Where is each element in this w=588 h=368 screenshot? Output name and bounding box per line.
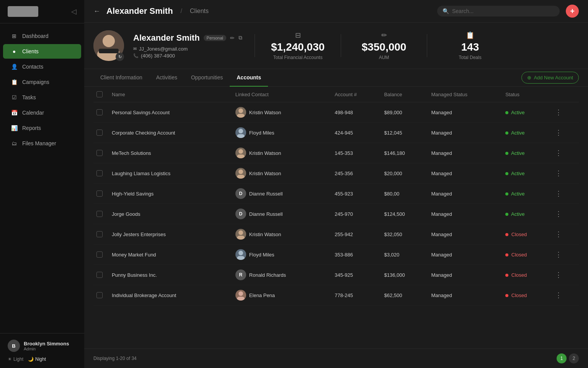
account-balance: $89,000	[381, 102, 428, 123]
sidebar-item-calendar[interactable]: 📅Calendar	[3, 105, 81, 120]
add-account-button[interactable]: ⊕ Add New Account	[521, 72, 579, 84]
linked-contact: Floyd Miles	[235, 249, 328, 260]
linked-contact: Kristin Watson	[235, 229, 328, 240]
row-more-button[interactable]: ⋮	[554, 169, 564, 177]
sidebar-item-tasks[interactable]: ☑Tasks	[3, 90, 81, 105]
profile-edit-icon[interactable]: ✏	[230, 35, 235, 41]
row-checkbox[interactable]	[96, 109, 103, 115]
row-checkbox[interactable]	[96, 272, 103, 278]
tab-client-info[interactable]: Client Information	[93, 69, 149, 87]
sidebar-item-label: Contacts	[22, 64, 43, 70]
row-more-button[interactable]: ⋮	[554, 271, 564, 279]
account-number: 424-945	[332, 123, 381, 143]
page-button-1[interactable]: 1	[557, 353, 567, 363]
user-info: B Brooklyn Simmons Admin	[8, 340, 77, 352]
contact-name: Floyd Miles	[249, 130, 274, 136]
breadcrumb-separator: /	[181, 8, 182, 15]
row-checkbox[interactable]	[96, 251, 103, 258]
contact-avatar	[235, 127, 246, 138]
tasks-icon: ☑	[11, 94, 18, 101]
managed-status: Managed	[428, 204, 502, 224]
svg-rect-3	[99, 49, 119, 53]
row-more-button[interactable]: ⋮	[554, 129, 564, 136]
sidebar-item-dashboard[interactable]: ⊞Dashboard	[3, 29, 81, 43]
row-more-button[interactable]: ⋮	[554, 230, 564, 238]
account-balance: $12,045	[381, 123, 428, 143]
stat-deals-icon-row: 📋	[466, 31, 474, 39]
account-number: 245-970	[332, 204, 381, 224]
stat-financial: ⊟ $1,240,030 Total Financial Accounts	[267, 31, 328, 60]
account-number: 778-245	[332, 285, 381, 306]
phone-row: 📞 (406) 387-4900	[133, 53, 242, 59]
svg-point-8	[238, 149, 243, 154]
row-checkbox[interactable]	[96, 150, 103, 156]
profile-copy-icon[interactable]: ⧉	[238, 34, 242, 41]
theme-toggle: ☀ Light 🌙 Night	[8, 356, 77, 362]
row-checkbox[interactable]	[96, 170, 103, 176]
night-mode-button[interactable]: 🌙 Night	[28, 356, 46, 362]
managed-status: Managed	[428, 163, 502, 184]
managed-status: Managed	[428, 143, 502, 163]
stat-deals: 📋 143 Total Deals	[439, 31, 501, 60]
contact-name: Elena Pena	[249, 292, 275, 298]
account-number: 145-353	[332, 143, 381, 163]
add-account-icon: ⊕	[527, 75, 531, 80]
contact-name: Floyd Miles	[249, 252, 274, 258]
stat-financial-icon-row: ⊟	[295, 31, 301, 39]
phone-icon: 📞	[133, 53, 139, 58]
row-more-button[interactable]: ⋮	[554, 210, 564, 218]
account-balance: $32,050	[381, 224, 428, 245]
sidebar-item-label: Tasks	[22, 94, 36, 100]
search-input[interactable]	[452, 8, 554, 14]
svg-rect-11	[237, 175, 245, 179]
svg-rect-13	[237, 236, 245, 240]
sidebar-item-contacts[interactable]: 👤Contacts	[3, 59, 81, 74]
row-checkbox[interactable]	[96, 130, 103, 136]
user-name: Brooklyn Simmons	[24, 341, 69, 347]
avatar-edit-button[interactable]: ↻	[116, 53, 124, 61]
table-row: Personal Savings Account Kristin Watson …	[93, 102, 579, 123]
sidebar: ◁ ⊞Dashboard●Clients👤Contacts📋Campaigns☑…	[0, 0, 84, 368]
account-name: Personal Savings Account	[109, 102, 232, 123]
row-more-button[interactable]: ⋮	[554, 251, 564, 258]
select-all-checkbox[interactable]	[96, 91, 103, 97]
row-more-button[interactable]: ⋮	[554, 190, 564, 197]
linked-contact: Kristin Watson	[235, 148, 328, 158]
svg-point-16	[238, 291, 243, 296]
calendar-icon: 📅	[11, 109, 18, 116]
sidebar-collapse-button[interactable]: ◁	[71, 7, 77, 16]
row-more-button[interactable]: ⋮	[554, 108, 564, 116]
tab-activities[interactable]: Activities	[149, 69, 184, 87]
sidebar-item-campaigns[interactable]: 📋Campaigns	[3, 75, 81, 89]
svg-rect-9	[237, 154, 245, 158]
account-name: High-Yield Savings	[109, 184, 232, 204]
tab-opportunities[interactable]: Opportunities	[184, 69, 230, 87]
tab-accounts[interactable]: Accounts	[230, 69, 268, 87]
stat-aum-value: $350,000	[362, 41, 407, 53]
row-checkbox[interactable]	[96, 191, 103, 197]
row-checkbox[interactable]	[96, 211, 103, 217]
row-more-button[interactable]: ⋮	[554, 149, 564, 157]
managed-status: Managed	[428, 245, 502, 265]
row-checkbox[interactable]	[96, 231, 103, 237]
account-number: 353-886	[332, 245, 381, 265]
back-button[interactable]: ←	[93, 7, 100, 15]
sidebar-item-clients[interactable]: ●Clients	[3, 44, 81, 59]
reports-icon: 📊	[11, 125, 18, 131]
account-balance: $80,00	[381, 184, 428, 204]
clients-icon: ●	[11, 48, 18, 55]
row-checkbox[interactable]	[96, 292, 103, 298]
sidebar-item-reports[interactable]: 📊Reports	[3, 121, 81, 135]
profile-name-row: Alexander Smith Personal ✏ ⧉	[133, 33, 242, 43]
sidebar-item-label: Files Manager	[22, 140, 56, 146]
contact-name: Ronald Richards	[249, 272, 286, 278]
table-row: Individual Brokerage Account Elena Pena …	[93, 285, 579, 306]
stat-financial-label: Total Financial Accounts	[273, 55, 323, 60]
row-more-button[interactable]: ⋮	[554, 291, 564, 299]
sidebar-item-files[interactable]: 🗂Files Manager	[3, 136, 81, 151]
account-name: Jolly Jesters Enterprises	[109, 224, 232, 245]
light-mode-button[interactable]: ☀ Light	[8, 356, 23, 362]
contact-avatar: D	[235, 188, 246, 199]
global-add-button[interactable]: +	[566, 5, 579, 18]
page-button-2[interactable]: 2	[569, 353, 579, 363]
